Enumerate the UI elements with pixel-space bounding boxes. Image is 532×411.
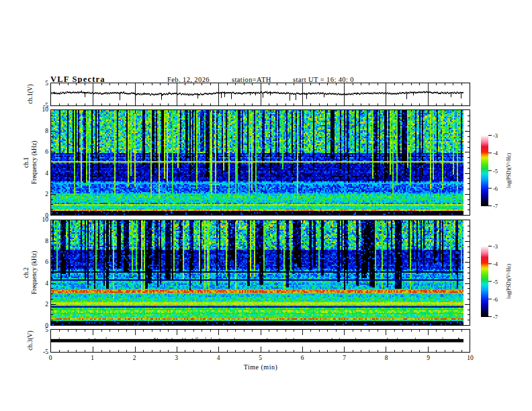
ch2-label-line2: Frequency (kHz) <box>30 251 37 295</box>
ch1-label-line1: ch.1 <box>23 157 30 168</box>
ch1-waveform-canvas <box>51 83 470 105</box>
ch2-frequency-axis-label: ch.2 Frequency (kHz) <box>23 251 38 295</box>
ch2-spectrogram-canvas <box>51 220 470 325</box>
spec2-y-tick-label: 4 <box>32 280 48 287</box>
colorbar-tick-label: -3 <box>493 132 505 139</box>
spec2-y-tick-label: 2 <box>32 301 48 308</box>
wave3-y-tick-label: -5 <box>32 349 48 355</box>
x-tick-label: 8 <box>378 355 394 361</box>
spec1-y-tick-label: 8 <box>32 128 48 134</box>
colorbar-tick-label: -3 <box>493 243 505 250</box>
spec2-y-tick-label: 6 <box>32 259 48 265</box>
wave1-y-tick-label: -5 <box>32 102 48 109</box>
x-tick-label: 1 <box>85 355 101 361</box>
ch1-voltage-axis-label: ch.1(V) <box>27 84 35 103</box>
colorbar-tick-label: -7 <box>493 314 505 320</box>
figure: VLF Spectra Feb. 12, 2026 station=ATH st… <box>0 0 532 411</box>
spec1-y-tick-label: 2 <box>32 191 48 197</box>
panel-ch1-spectrogram <box>50 109 470 216</box>
colorbar-tick-label: -5 <box>493 279 505 285</box>
ch1-spectrogram-canvas <box>51 110 470 215</box>
ch1-frequency-axis-label: ch.1 Frequency (kHz) <box>23 141 38 185</box>
colorbar-ch2 <box>481 246 492 317</box>
colorbar-tick-label: -5 <box>493 168 505 175</box>
x-tick-label: 9 <box>420 355 437 361</box>
ch2-label-line1: ch.2 <box>23 267 30 278</box>
ch1-label-line2: Frequency (kHz) <box>30 141 37 185</box>
x-tick-label: 4 <box>210 355 226 361</box>
ch3-waveform-canvas <box>51 330 470 352</box>
wave1-y-tick-label: 5 <box>32 80 48 87</box>
wave3-y-tick-label: 5 <box>32 326 48 333</box>
panel-ch2-spectrogram <box>50 220 470 326</box>
spec2-y-tick-label: 10 <box>32 216 48 223</box>
colorbar-ch1-label: log(PSD)(V²/Hz) <box>506 153 512 188</box>
panel-ch1-waveform <box>50 83 470 106</box>
ch3-voltage-axis-label: ch.3(V) <box>27 330 35 350</box>
x-tick-label: 5 <box>253 355 269 361</box>
x-tick-label: 6 <box>294 355 310 361</box>
x-tick-label: 7 <box>337 355 353 361</box>
time-axis-label: Time (min) <box>240 363 281 371</box>
spec2-y-tick-label: 8 <box>32 238 48 244</box>
spec1-y-tick-label: 4 <box>32 170 48 177</box>
colorbar-ch2-label: log(PSD)(V²/Hz) <box>506 264 512 299</box>
colorbar-tick-label: -4 <box>493 261 505 267</box>
x-tick-label: 10 <box>462 355 478 361</box>
colorbar-tick-label: -6 <box>493 296 505 303</box>
panel-ch3-waveform <box>50 329 470 353</box>
colorbar-tick-label: -4 <box>493 150 505 156</box>
colorbar-ch1 <box>481 135 492 206</box>
colorbar-tick-label: -6 <box>493 185 505 192</box>
spec1-y-tick-label: 6 <box>32 148 48 155</box>
x-tick-label: 0 <box>42 355 58 361</box>
x-tick-label: 3 <box>169 355 185 361</box>
x-tick-label: 2 <box>126 355 142 361</box>
colorbar-tick-label: -7 <box>493 203 505 210</box>
